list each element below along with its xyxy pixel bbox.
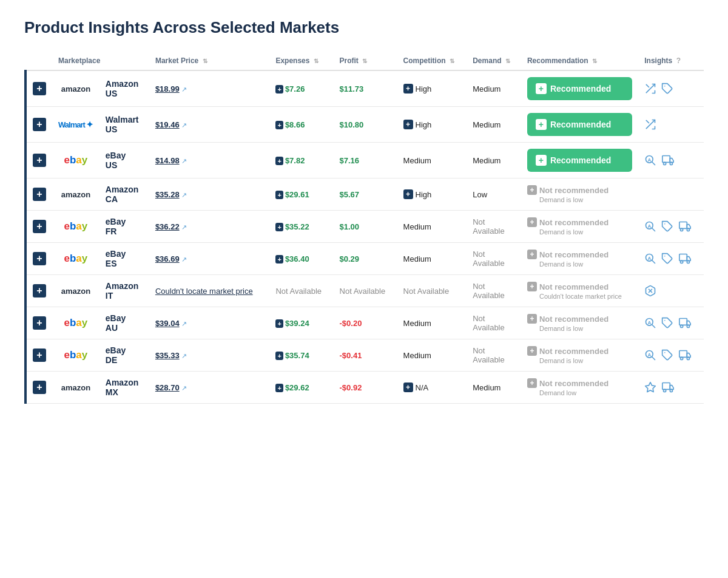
table-row: +amazonAmazonMX$28.70↗+$29.62-$0.92+ N/A… (25, 372, 704, 404)
recommendation-cell: + Not recommended Couldn't locate market… (521, 275, 638, 307)
external-link-icon[interactable]: ↗ (181, 352, 187, 359)
tag-icon[interactable] (661, 83, 673, 95)
logo-cell: ebay (52, 339, 99, 372)
expand-button[interactable]: + (33, 284, 46, 298)
truck-icon[interactable] (678, 220, 692, 233)
external-link-icon[interactable]: ↗ (181, 157, 187, 165)
recommendation-cell: + Not recommended Demand low (521, 372, 638, 404)
tag-icon[interactable] (661, 317, 673, 329)
profit-cell: -$0.92 (334, 372, 397, 404)
expenses-cell: +$35.22 (269, 211, 333, 243)
search-icon[interactable]: A (644, 220, 656, 233)
expand-button[interactable]: + (33, 252, 46, 265)
insights-cell (638, 178, 704, 211)
profit-value: $0.29 (340, 254, 360, 264)
market-price-cell: Couldn't locate market price (149, 275, 270, 307)
market-price-value[interactable]: $36.69 (155, 254, 180, 264)
external-link-icon[interactable]: ↗ (181, 191, 187, 199)
shuffle-icon[interactable] (644, 118, 656, 131)
recommendation-badge: + Not recommended Demand is low (527, 185, 632, 203)
truck-icon[interactable] (661, 381, 675, 393)
demand-value: Medium (473, 84, 500, 93)
svg-line-35 (652, 357, 655, 360)
expand-button[interactable]: + (33, 82, 46, 95)
market-price-value[interactable]: $14.98 (155, 156, 180, 165)
market-price-value[interactable]: $18.99 (155, 84, 180, 93)
col-marketplace: Marketplace (52, 52, 149, 70)
market-price-value[interactable]: $36.22 (155, 222, 180, 231)
competition-na: Not Available (403, 287, 450, 296)
search-icon[interactable]: A (644, 253, 656, 265)
tag-icon[interactable] (661, 220, 673, 233)
demand-cell: Medium (467, 70, 521, 107)
truck-icon[interactable] (678, 253, 692, 265)
shuffle-icon[interactable] (644, 83, 656, 95)
recommendation-text: Not recommended (539, 186, 608, 195)
market-price-value[interactable]: $39.04 (155, 319, 180, 328)
demand-value: NotAvailable (473, 314, 505, 332)
expand-button[interactable]: + (33, 154, 46, 167)
couldnt-locate-link[interactable]: Couldn't locate market price (155, 287, 253, 296)
search-icon[interactable]: A (644, 154, 656, 166)
insights-help-icon[interactable]: ? (676, 56, 681, 65)
truck-icon[interactable] (661, 154, 675, 166)
table-row: +Walmart✦WalmartUS$19.46↗+$8.66$10.80+Hi… (25, 107, 704, 143)
market-price-cell: $18.99↗ (149, 70, 270, 107)
competition-value: +High (403, 120, 432, 129)
expand-button[interactable]: + (33, 118, 46, 131)
sort-expenses[interactable]: ⇅ (314, 58, 318, 64)
external-link-icon[interactable]: ↗ (181, 256, 187, 263)
expand-button[interactable]: + (33, 381, 46, 394)
expand-button[interactable]: + (33, 220, 46, 233)
profit-value: $11.73 (340, 84, 364, 93)
market-price-value[interactable]: $35.28 (155, 190, 180, 199)
sort-demand[interactable]: ⇅ (505, 58, 510, 64)
sort-market-price[interactable]: ⇅ (203, 58, 207, 64)
rec-title: + Not recommended (527, 378, 632, 388)
expand-button[interactable]: + (33, 348, 46, 362)
rec-title: + Not recommended (527, 250, 632, 259)
expand-button[interactable]: + (33, 316, 46, 330)
svg-text:A: A (648, 223, 652, 229)
svg-line-19 (652, 260, 655, 264)
sort-profit[interactable]: ⇅ (362, 58, 367, 64)
marketplace-name: eBayES (99, 243, 149, 275)
sort-recommendation[interactable]: ⇅ (592, 58, 597, 64)
profit-value: -$0.20 (340, 319, 362, 328)
search-icon[interactable]: A (644, 317, 656, 329)
table-row: +ebayeBayUS$14.98↗+$7.82$7.16MediumMediu… (25, 143, 704, 178)
search-icon[interactable]: A (644, 349, 656, 361)
external-link-icon[interactable]: ↗ (181, 121, 187, 129)
market-price-value[interactable]: $28.70 (155, 383, 180, 392)
expand-button[interactable]: + (33, 188, 46, 201)
external-link-icon[interactable]: ↗ (181, 86, 187, 93)
rec-plus-icon: + (527, 378, 537, 388)
profit-value: $5.67 (340, 190, 360, 199)
star-icon[interactable] (644, 381, 656, 393)
marketplace-name: WalmartUS (99, 107, 149, 143)
external-link-icon[interactable]: ↗ (181, 320, 187, 327)
external-link-icon[interactable]: ↗ (181, 223, 187, 231)
truck-icon[interactable] (678, 349, 692, 361)
insights-cell (638, 70, 704, 107)
tag-icon[interactable] (661, 253, 673, 265)
recommendation-badge: + Not recommended Couldn't locate market… (527, 282, 632, 300)
svg-rect-8 (662, 156, 670, 163)
col-expand (25, 52, 52, 70)
svg-line-4 (647, 120, 649, 123)
truck-icon[interactable] (678, 317, 692, 329)
row-expand-cell: + (25, 372, 52, 404)
external-link-icon[interactable]: ↗ (181, 384, 187, 392)
demand-value: Medium (473, 156, 500, 165)
box-x-icon[interactable] (644, 285, 656, 297)
tag-icon[interactable] (661, 349, 673, 361)
rec-title: + Not recommended (527, 346, 632, 356)
profit-cell: $11.73 (334, 70, 397, 107)
row-expand-cell: + (25, 275, 52, 307)
ebay-logo: ebay (58, 220, 93, 233)
demand-value: NotAvailable (473, 282, 505, 300)
logo-cell: amazon (52, 70, 99, 107)
sort-competition[interactable]: ⇅ (450, 58, 454, 64)
market-price-value[interactable]: $19.46 (155, 120, 180, 129)
market-price-value[interactable]: $35.33 (155, 351, 180, 360)
